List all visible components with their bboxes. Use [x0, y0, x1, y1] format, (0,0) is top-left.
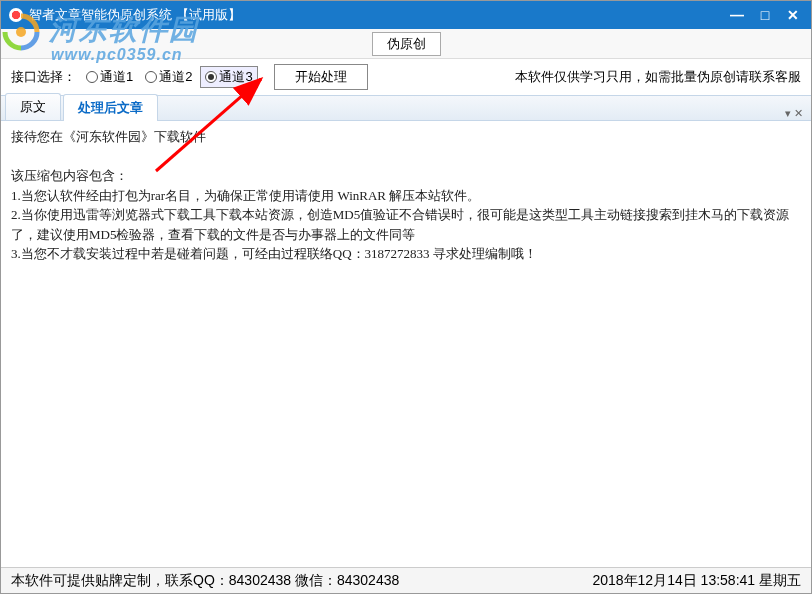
close-button[interactable]: ✕	[779, 4, 807, 26]
radio-icon	[86, 71, 98, 83]
tab-bar: 原文 处理后文章 ▾ ✕	[1, 95, 811, 121]
tab-original[interactable]: 原文	[5, 93, 61, 120]
fake-original-button[interactable]: 伪原创	[372, 32, 441, 56]
radio-label: 通道2	[159, 68, 192, 86]
start-process-button[interactable]: 开始处理	[274, 64, 368, 90]
titlebar[interactable]: 智者文章智能伪原创系统 【试用版】 — □ ✕	[1, 1, 811, 29]
content-line: 1.当您认软件经由打包为rar名目，为确保正常使用请使用 WinRAR 解压本站…	[11, 186, 801, 206]
radio-icon	[145, 71, 157, 83]
radio-channel2[interactable]: 通道2	[141, 67, 196, 87]
status-contact: 本软件可提供贴牌定制，联系QQ：84302438 微信：84302438	[11, 572, 592, 590]
notice-text: 本软件仅供学习只用，如需批量伪原创请联系客服	[515, 68, 801, 86]
window-title: 智者文章智能伪原创系统 【试用版】	[29, 6, 723, 24]
app-window: 智者文章智能伪原创系统 【试用版】 — □ ✕ 河东软件园 www.pc0359…	[0, 0, 812, 594]
maximize-button[interactable]: □	[751, 4, 779, 26]
content-line: 该压缩包内容包含：	[11, 166, 801, 186]
window-controls: — □ ✕	[723, 4, 807, 26]
radio-label: 通道3	[219, 68, 252, 86]
radio-icon	[205, 71, 217, 83]
minimize-button[interactable]: —	[723, 4, 751, 26]
radio-channel3[interactable]: 通道3	[200, 66, 257, 88]
interface-label: 接口选择：	[11, 68, 76, 86]
content-line: 3.当您不才载安装过程中若是碰着问题，可经由过程联络QQ：3187272833 …	[11, 244, 801, 264]
status-bar: 本软件可提供贴牌定制，联系QQ：84302438 微信：84302438 201…	[1, 567, 811, 593]
radio-label: 通道1	[100, 68, 133, 86]
content-line: 2.当你使用迅雷等浏览器式下载工具下载本站资源，创造MD5值验证不合错误时，很可…	[11, 205, 801, 244]
status-datetime: 2018年12月14日 13:58:41 星期五	[592, 572, 801, 590]
content-line: 接待您在《河东软件园》下载软件	[11, 127, 801, 147]
channel-radio-group: 通道1 通道2 通道3	[82, 66, 258, 88]
radio-channel1[interactable]: 通道1	[82, 67, 137, 87]
options-toolbar: 接口选择： 通道1 通道2 通道3 开始处理 本软件仅供学习只用，如需批量伪原创…	[1, 59, 811, 95]
top-toolbar: 伪原创	[1, 29, 811, 59]
tab-dropdown-icon[interactable]: ▾ ✕	[777, 107, 811, 120]
app-icon	[9, 8, 23, 22]
tab-processed[interactable]: 处理后文章	[63, 94, 158, 121]
content-area[interactable]: 接待您在《河东软件园》下载软件 该压缩包内容包含： 1.当您认软件经由打包为ra…	[1, 121, 811, 565]
